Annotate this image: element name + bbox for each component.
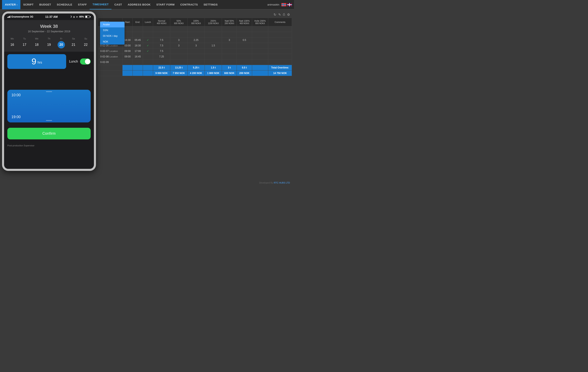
phone-overlay: Grameenphone 3G 11:37 AM ☽ ◎ ➤ 46% xyxy=(2,11,96,171)
day-picker: Mo 16 Tu 17 We 18 Th 19 Fr 20 xyxy=(4,35,94,52)
col-p100: 100%800 NOK/t xyxy=(188,18,205,26)
time-block[interactable]: 10:00 19:00 xyxy=(7,90,91,122)
hours-number: 9 xyxy=(32,57,36,66)
week-range: 16 September - 22 September 2019 xyxy=(8,30,90,33)
location-icon: ◎ xyxy=(73,16,75,18)
time-block-container: 10:00 19:00 xyxy=(4,88,94,124)
flag-uk[interactable] xyxy=(287,3,292,6)
col-lunch: Lunch xyxy=(143,18,153,26)
signal-bar-1 xyxy=(7,17,8,18)
arrow-icon: ➤ xyxy=(76,16,78,18)
nav-tab-start-form[interactable]: START FORM xyxy=(154,0,178,9)
signal-bar-2 xyxy=(8,17,9,18)
top-nav: AVATER › SCRIPT BUDGET SCHEDULE STAFF TI… xyxy=(0,0,294,9)
lunch-section: Lunch xyxy=(69,58,91,65)
phone-subtitle: Post-production Supervisor xyxy=(4,143,94,148)
day-item-tu[interactable]: Tu 17 xyxy=(21,37,28,48)
print-icon[interactable]: ⎙ xyxy=(283,13,285,17)
hours-unit: hrs xyxy=(38,61,42,64)
table-row: 0-02-07 Location 09:00 17:00 ✓ 7.5 xyxy=(98,48,292,54)
nav-tab-cast[interactable]: CAST xyxy=(112,0,125,9)
nav-tab-settings[interactable]: SETTINGS xyxy=(201,0,220,9)
moon-icon: ☽ xyxy=(70,15,72,18)
toggle-knob xyxy=(85,59,90,64)
toolbar-icons: ↻ ✎ ⎙ ⚙ xyxy=(98,11,292,18)
phone-screen: Grameenphone 3G 11:37 AM ☽ ◎ ➤ 46% xyxy=(4,13,94,169)
status-right: ☽ ◎ ➤ 46% xyxy=(70,15,91,18)
dropdown-item-rate[interactable]: 00 NOK / day xyxy=(100,33,125,39)
table-row: 0-02-05 Location 16:30 05:45 ✓ 7.5 3 2.2… xyxy=(98,37,292,43)
hours-lunch-row: 9 hrs Lunch xyxy=(4,52,94,71)
nav-tab-avater[interactable]: AVATER › xyxy=(2,0,21,9)
col-natt50: Natt 50%200 NOK/t xyxy=(222,18,237,26)
nav-tab-schedule[interactable]: SCHEDULE xyxy=(54,0,75,9)
nav-tab-timesheet[interactable]: TIMESHEET xyxy=(90,0,112,9)
main-content: Grameenphone 3G 11:37 AM ☽ ◎ ➤ 46% xyxy=(0,9,294,186)
total-value: 14 750 NOK xyxy=(268,71,292,76)
time-end: 19:00 xyxy=(11,115,21,119)
col-normal: Normal400 NOK/t xyxy=(153,18,170,26)
hours-button[interactable]: 9 hrs xyxy=(7,54,66,69)
network-type: 3G xyxy=(30,15,33,18)
drag-handle-top xyxy=(46,91,52,92)
nav-tab-script[interactable]: SCRIPT xyxy=(21,0,37,9)
refresh-icon[interactable]: ↻ xyxy=(273,13,276,17)
week-header: Week 38 16 September - 22 September 2019 xyxy=(4,20,94,35)
totals-nok-row: 9 000 NOK 7 950 NOK 4 200 NOK 1 800 NOK … xyxy=(98,71,292,76)
nav-tab-budget[interactable]: BUDGET xyxy=(36,0,54,9)
dropdown-item-ssn[interactable]: SSN: xyxy=(100,27,125,33)
table-row: 0-02-03 xyxy=(98,26,292,32)
edit-icon[interactable]: ✎ xyxy=(278,13,281,17)
settings-icon[interactable]: ⚙ xyxy=(287,13,290,17)
week-label: Week 38 xyxy=(8,24,90,29)
footer: Developed By RTC HUBS LTD xyxy=(259,182,290,184)
lunch-toggle[interactable] xyxy=(80,58,91,65)
confirm-area: Confirm xyxy=(4,124,94,143)
dropdown-item-avater[interactable]: Avater xyxy=(100,22,125,27)
day-item-su[interactable]: Su 22 xyxy=(82,37,89,48)
battery-icon xyxy=(85,16,91,18)
col-natt100: Natt 100%400 NOK/t xyxy=(237,18,252,26)
totals-hours-row: 22.5 t 13.25 t 5.25 t 1.5 t 3 t 0.5 t To… xyxy=(98,65,292,71)
signal-bars xyxy=(7,16,10,18)
language-flags xyxy=(281,3,292,6)
confirm-button[interactable]: Confirm xyxy=(7,128,91,139)
day-item-mo[interactable]: Mo 16 xyxy=(9,37,16,48)
signal-bar-3 xyxy=(9,16,10,18)
day-item-sa[interactable]: Sa 21 xyxy=(70,37,77,48)
carrier-name: Grameenphone xyxy=(11,15,29,18)
nav-tab-contracts[interactable]: CONTRACTS xyxy=(178,0,201,9)
day-item-we[interactable]: We 18 xyxy=(33,37,41,48)
signal-bar-4 xyxy=(10,16,10,18)
day-item-fr[interactable]: Fr 20 xyxy=(58,37,65,48)
time-start: 10:00 xyxy=(11,93,87,97)
table-row: 0-02-08 Location 09:00 16:45 7.25 xyxy=(98,54,292,59)
flag-norway[interactable] xyxy=(281,3,286,6)
nav-right: animaskin xyxy=(267,3,292,6)
col-p50: 50%600 NOK/t xyxy=(170,18,188,26)
dark-spacer xyxy=(4,71,94,88)
phone-status-bar: Grameenphone 3G 11:37 AM ☽ ◎ ➤ 46% xyxy=(4,13,94,20)
col-comments: Comments xyxy=(268,18,292,26)
nav-tab-address-book[interactable]: ADDRESS BOOK xyxy=(125,0,154,9)
day-item-th[interactable]: Th 19 xyxy=(45,37,53,48)
nav-user: animaskin xyxy=(267,3,279,6)
footer-link[interactable]: RTC HUBS LTD xyxy=(274,182,290,184)
status-time: 11:37 AM xyxy=(45,15,58,18)
total-overtime-label: Total Overtime: xyxy=(268,65,292,71)
table-row: 0-02-06 Location 03:00 18:30 ✓ 7.5 3 3 1… xyxy=(98,43,292,48)
battery-pct: 46% xyxy=(79,15,84,18)
dropdown-item-nok[interactable]: NOK xyxy=(100,39,125,44)
nav-tab-staff[interactable]: STAFF xyxy=(75,0,90,9)
col-end: End: xyxy=(133,18,143,26)
col-p200: 200%1200 NOK/t xyxy=(205,18,222,26)
lunch-label: Lunch xyxy=(69,60,78,63)
status-carrier: Grameenphone 3G xyxy=(7,15,33,18)
drag-handle-bottom xyxy=(46,120,52,121)
dropdown-popup: Avater SSN: 00 NOK / day NOK xyxy=(100,22,125,44)
timesheet-table: WEEK 6 › Start: End: Lunch Normal400 NOK… xyxy=(98,18,292,76)
col-hvile200: Hvile 200%800 NOK/t xyxy=(252,18,268,26)
table-row: 0-02-04 xyxy=(98,32,292,37)
table-row: 0-02-09 xyxy=(98,59,292,65)
